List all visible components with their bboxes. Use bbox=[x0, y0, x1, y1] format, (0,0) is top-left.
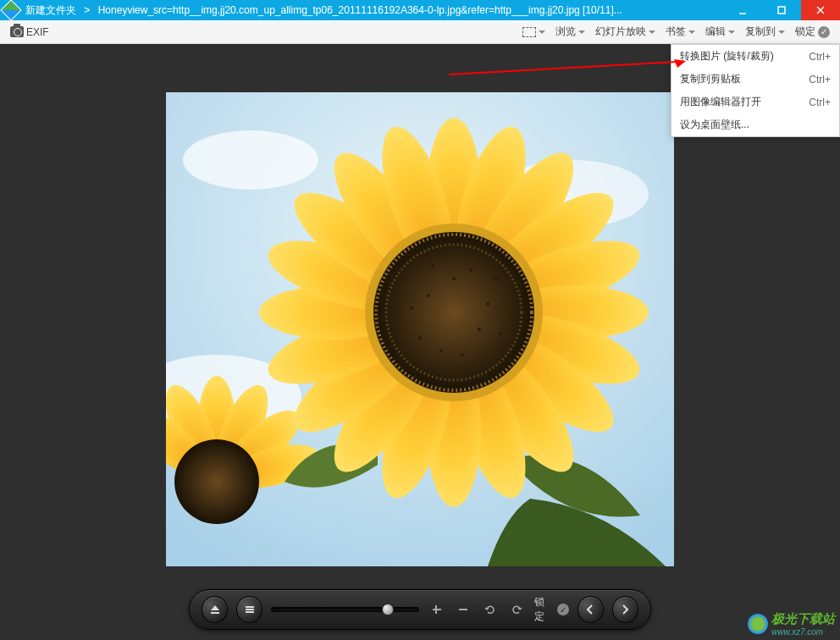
close-button[interactable] bbox=[801, 0, 840, 20]
folder-name: 新建文件夹 bbox=[25, 4, 76, 16]
bookmark-label: 书签 bbox=[666, 25, 686, 39]
svg-point-49 bbox=[431, 264, 434, 268]
bookmark-button[interactable]: 书签 bbox=[660, 20, 700, 44]
menu-label: 用图像编辑器打开 bbox=[680, 95, 761, 109]
rotate-left-button[interactable] bbox=[481, 600, 499, 619]
player-controls: 锁定 ✓ bbox=[189, 589, 651, 630]
maximize-button[interactable] bbox=[762, 0, 801, 20]
camera-icon bbox=[10, 26, 24, 37]
exif-button[interactable]: EXIF bbox=[5, 20, 54, 44]
watermark-sub: www.xz7.com bbox=[771, 627, 835, 637]
svg-point-14 bbox=[174, 439, 259, 524]
svg-point-41 bbox=[452, 277, 456, 280]
menu-icon bbox=[244, 604, 256, 615]
rotate-left-icon bbox=[484, 604, 496, 615]
window-titlebar: 新建文件夹 > Honeyview_src=http__img.jj20.com… bbox=[0, 0, 840, 20]
check-icon: ✓ bbox=[557, 604, 569, 615]
fit-mode-button[interactable] bbox=[517, 20, 550, 44]
lock-text: 锁定 bbox=[534, 595, 554, 624]
svg-point-48 bbox=[499, 332, 502, 335]
menu-button[interactable] bbox=[236, 596, 262, 623]
app-icon bbox=[0, 0, 21, 21]
menu-label: 设为桌面壁纸... bbox=[680, 118, 749, 132]
chevron-down-icon bbox=[778, 30, 785, 34]
menu-item-copy-clipboard[interactable]: 复制到剪贴板 Ctrl+ bbox=[671, 68, 839, 91]
svg-point-45 bbox=[410, 306, 413, 310]
watermark-logo-icon bbox=[748, 614, 768, 634]
chevron-down-icon bbox=[539, 30, 545, 34]
menu-item-set-wallpaper[interactable]: 设为桌面壁纸... bbox=[671, 113, 839, 136]
watermark-main: 极光下载站 bbox=[771, 611, 835, 626]
displayed-image[interactable] bbox=[166, 92, 674, 566]
svg-point-50 bbox=[495, 277, 498, 280]
svg-point-39 bbox=[427, 294, 430, 297]
copyto-label: 复制到 bbox=[745, 25, 776, 39]
sunflower-image bbox=[166, 92, 674, 566]
window-controls bbox=[723, 0, 840, 20]
chevron-down-icon bbox=[578, 30, 585, 34]
menu-label: 复制到剪贴板 bbox=[680, 72, 741, 86]
plus-icon bbox=[431, 604, 443, 615]
svg-point-36 bbox=[373, 232, 534, 393]
prev-button[interactable] bbox=[578, 596, 604, 623]
menu-item-convert[interactable]: 转换图片 (旋转/裁剪) Ctrl+ bbox=[671, 45, 839, 68]
zoom-slider[interactable] bbox=[271, 607, 419, 612]
chevron-right-icon bbox=[619, 604, 631, 615]
edit-button[interactable]: 编辑 bbox=[700, 20, 740, 44]
browse-button[interactable]: 浏览 bbox=[550, 20, 590, 44]
rotate-right-button[interactable] bbox=[508, 600, 526, 619]
menu-shortcut: Ctrl+ bbox=[809, 51, 831, 63]
rotate-right-icon bbox=[511, 604, 522, 615]
close-icon bbox=[815, 5, 826, 15]
svg-point-40 bbox=[478, 328, 481, 331]
file-name: Honeyview_src=http__img.jj20.com_up_alli… bbox=[98, 4, 622, 16]
lock-toggle[interactable]: 锁定 ✓ bbox=[534, 595, 569, 624]
svg-point-44 bbox=[461, 353, 464, 356]
breadcrumb-arrow: > bbox=[79, 4, 95, 16]
svg-point-42 bbox=[486, 302, 489, 306]
eject-icon bbox=[209, 604, 221, 615]
fit-icon bbox=[522, 27, 536, 37]
svg-point-46 bbox=[469, 268, 472, 272]
slideshow-button[interactable]: 幻灯片放映 bbox=[590, 20, 660, 44]
titlebar-text: 新建文件夹 > Honeyview_src=http__img.jj20.com… bbox=[22, 3, 723, 18]
eject-button[interactable] bbox=[202, 596, 228, 623]
chevron-down-icon bbox=[728, 30, 735, 34]
chevron-down-icon bbox=[688, 30, 695, 34]
maximize-icon bbox=[776, 5, 787, 15]
copyto-button[interactable]: 复制到 bbox=[740, 20, 790, 44]
menu-shortcut: Ctrl+ bbox=[809, 74, 831, 86]
watermark: 极光下载站 www.xz7.com bbox=[748, 611, 835, 637]
svg-rect-1 bbox=[778, 7, 785, 14]
menu-label: 转换图片 (旋转/裁剪) bbox=[680, 49, 774, 63]
menu-item-open-editor[interactable]: 用图像编辑器打开 Ctrl+ bbox=[671, 91, 839, 113]
zoom-out-button[interactable] bbox=[455, 600, 472, 619]
menu-shortcut: Ctrl+ bbox=[809, 97, 831, 108]
edit-label: 编辑 bbox=[705, 25, 726, 39]
minimize-icon bbox=[738, 5, 748, 15]
lock-label: 锁定 bbox=[795, 25, 815, 39]
slider-thumb[interactable] bbox=[382, 604, 394, 615]
browse-label: 浏览 bbox=[555, 25, 576, 39]
next-button[interactable] bbox=[612, 596, 638, 623]
minimize-button[interactable] bbox=[723, 0, 762, 20]
chevron-left-icon bbox=[584, 604, 596, 615]
lock-button[interactable]: 锁定 ✓ bbox=[790, 20, 835, 44]
chevron-down-icon bbox=[649, 30, 655, 34]
svg-point-47 bbox=[439, 349, 443, 352]
slideshow-label: 幻灯片放映 bbox=[595, 25, 646, 39]
zoom-in-button[interactable] bbox=[428, 600, 445, 619]
exif-label: EXIF bbox=[26, 26, 49, 38]
minus-icon bbox=[457, 604, 469, 615]
main-toolbar: EXIF 浏览 幻灯片放映 书签 编辑 复制到 锁定 ✓ bbox=[0, 20, 840, 44]
check-icon: ✓ bbox=[818, 26, 830, 38]
svg-point-43 bbox=[418, 336, 422, 339]
edit-dropdown-menu: 转换图片 (旋转/裁剪) Ctrl+ 复制到剪贴板 Ctrl+ 用图像编辑器打开… bbox=[671, 44, 840, 137]
svg-point-5 bbox=[183, 130, 318, 190]
